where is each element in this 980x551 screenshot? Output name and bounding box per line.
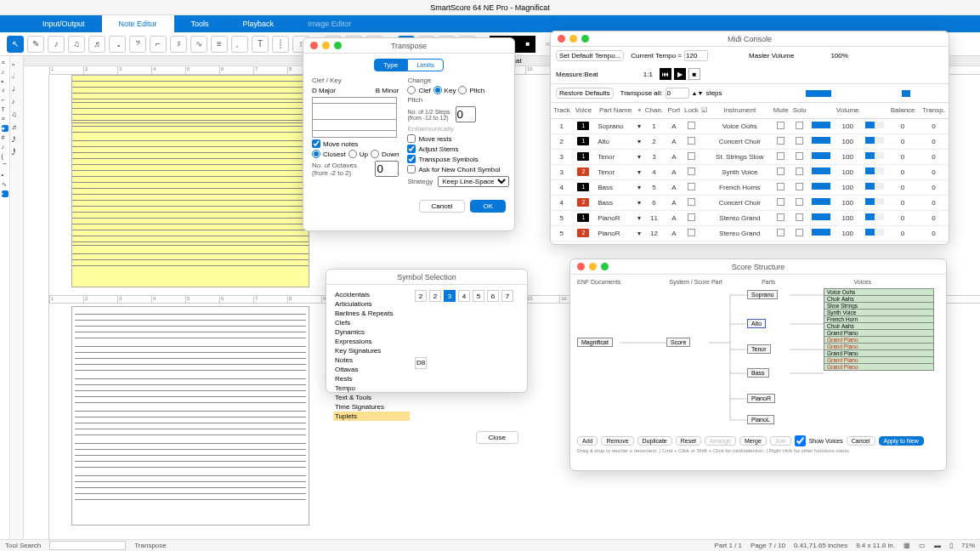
rewind-icon[interactable]: ⏮ — [660, 68, 671, 80]
window-controls[interactable] — [570, 263, 609, 270]
tab-tools[interactable]: Tools — [174, 15, 226, 32]
tuplet-number-button[interactable]: 5 — [473, 290, 484, 302]
palette-icon[interactable]: ∿ — [2, 181, 8, 188]
transpose-all-input[interactable] — [666, 88, 689, 99]
score-page-top[interactable] — [71, 75, 309, 287]
tuplet-number-button[interactable]: 6 — [487, 290, 499, 302]
midi-track-row[interactable]: 11Soprano▾1AVoice Oohs10000 — [551, 118, 949, 133]
apply-button[interactable]: Apply to New — [879, 436, 924, 446]
midi-track-row[interactable]: 51PianoR▾11AStereo Grand10000 — [551, 210, 949, 225]
transpose-tabs[interactable]: TypeLimits — [312, 59, 506, 71]
symbol-category-item[interactable]: Tuplets — [333, 412, 410, 421]
symbol-category-item[interactable]: Ottavas — [333, 365, 410, 374]
symbol-category-item[interactable]: Tempo — [333, 383, 410, 393]
duplicate-button[interactable]: Duplicate — [637, 436, 672, 446]
change-key-radio[interactable] — [433, 86, 442, 94]
add-button[interactable]: Add — [577, 436, 598, 446]
palette-icon[interactable]: ♪ — [2, 69, 8, 76]
structure-diagram[interactable]: Magnificat Score Soprano Alto Tenor Bass… — [577, 288, 939, 433]
transpose-symbols-checkbox[interactable] — [407, 155, 416, 163]
change-clef-radio[interactable] — [407, 86, 416, 94]
symbol-category-item[interactable]: Barlines & Repeats — [333, 309, 410, 318]
symbol-category-item[interactable]: Key Signatures — [333, 346, 410, 355]
palette-icon[interactable]: ≡ — [2, 60, 8, 66]
closest-radio[interactable] — [312, 150, 320, 158]
midi-track-row[interactable]: 32Tenor▾4ASynth Voice10000 — [551, 164, 949, 179]
palette-icon[interactable]: ♪ — [12, 98, 22, 108]
up-radio[interactable] — [348, 150, 357, 158]
midi-track-row[interactable]: 52PianoR▾12AStereo Grand10000 — [551, 225, 949, 241]
score-node[interactable]: Score — [666, 338, 690, 347]
palette-icon[interactable]: ♬ — [12, 123, 22, 133]
octaves-input[interactable] — [375, 161, 399, 177]
tab-image-editor[interactable]: Image Editor — [291, 15, 368, 32]
join-button[interactable]: Join — [770, 436, 791, 446]
score-page-bottom[interactable] — [71, 306, 309, 525]
ok-button[interactable]: OK — [470, 200, 506, 213]
ask-chord-checkbox[interactable] — [407, 165, 416, 173]
window-controls[interactable] — [303, 42, 342, 49]
view-icon[interactable]: ▬ — [934, 542, 941, 549]
tool-icon[interactable]: ∿ — [190, 36, 207, 53]
doc-node[interactable]: Magnificat — [577, 338, 613, 347]
midi-track-row[interactable]: 41Bass▾5AFrench Horns10000 — [551, 179, 949, 195]
merge-button[interactable]: Merge — [739, 436, 767, 446]
play-icon[interactable]: ▶ — [674, 68, 686, 80]
palette-icon[interactable]: # — [2, 134, 8, 141]
palette-icon[interactable]: 𝅘𝅥𝅱 — [12, 149, 22, 159]
tool-cursor-icon[interactable]: ↖ — [7, 36, 24, 53]
change-pitch-radio[interactable] — [458, 86, 467, 94]
tab-input-output[interactable]: Input/Output — [25, 15, 102, 32]
palette-icon[interactable]: 𝅝 — [12, 60, 22, 70]
stop-icon[interactable]: ■ — [688, 68, 700, 80]
set-default-tempo-button[interactable]: Set Default Tempo... — [556, 50, 624, 61]
tool-icon[interactable]: ♫ — [68, 36, 85, 53]
palette-icon[interactable]: T — [2, 106, 8, 113]
symbol-category-item[interactable]: Time Signatures — [333, 402, 410, 412]
part-node[interactable]: PianoL — [747, 415, 774, 424]
tool-icon[interactable]: 𝅘 — [109, 36, 126, 53]
reset-button[interactable]: Reset — [676, 436, 701, 446]
move-rests-checkbox[interactable] — [407, 134, 416, 143]
midi-track-row[interactable]: 31Tenor▾3ASt. Strings Slow10000 — [551, 149, 949, 164]
position-bar[interactable] — [902, 90, 910, 97]
midi-track-row[interactable]: 21Alto▾2AConcert Choir10000 — [551, 133, 949, 149]
arrange-button[interactable]: Arrange — [705, 436, 736, 446]
tuplet-number-button[interactable]: D8 — [415, 357, 427, 369]
palette-icon[interactable]: ≡ — [2, 116, 8, 122]
tool-icon[interactable]: ≡ — [211, 36, 228, 53]
symbol-category-item[interactable]: Clefs — [333, 318, 410, 327]
tool-icon[interactable]: ┊ — [272, 36, 289, 53]
down-radio[interactable] — [371, 150, 379, 158]
show-voices-checkbox[interactable] — [795, 435, 806, 446]
master-volume-bar[interactable] — [806, 90, 831, 97]
palette-icon[interactable]: • — [2, 172, 8, 179]
tool-search-input[interactable] — [49, 541, 126, 550]
tab-note-editor[interactable]: Note Editor — [102, 15, 174, 32]
tool-icon[interactable]: ✎ — [27, 36, 44, 53]
palette-icon[interactable]: ▪ — [2, 190, 8, 197]
symbol-category-item[interactable]: Dynamics — [333, 327, 410, 337]
symbol-category-item[interactable]: Expressions — [333, 337, 410, 346]
tool-icon[interactable]: T — [252, 36, 269, 53]
part-node[interactable]: Alto — [747, 319, 766, 328]
view-icon[interactable]: ▯ — [949, 542, 953, 549]
tool-icon[interactable]: ♪ — [48, 36, 65, 53]
palette-icon[interactable]: ♩ — [12, 85, 22, 95]
symbol-category-item[interactable]: Notes — [333, 355, 410, 365]
part-node[interactable]: PianoR — [747, 394, 775, 403]
tempo-input[interactable] — [684, 50, 708, 61]
tuplet-number-button[interactable]: 2 — [415, 290, 427, 302]
part-node[interactable]: Tenor — [747, 344, 771, 354]
symbol-category-list[interactable]: AccidentalsArticulationsBarlines & Repea… — [333, 290, 410, 421]
tool-icon[interactable]: 𝄢 — [129, 36, 146, 53]
tab-playback[interactable]: Playback — [226, 15, 292, 32]
midi-track-row[interactable]: 42Bass▾6AConcert Choir10000 — [551, 195, 949, 210]
window-controls[interactable] — [551, 35, 589, 43]
move-notes-checkbox[interactable] — [312, 139, 320, 148]
stop-icon[interactable]: ■ — [520, 36, 535, 53]
tool-icon[interactable]: ♬ — [88, 36, 105, 53]
adjust-stems-checkbox[interactable] — [407, 145, 416, 153]
palette-icon[interactable]: ♪ — [2, 144, 8, 151]
tuplet-number-button[interactable]: 3 — [444, 290, 456, 302]
